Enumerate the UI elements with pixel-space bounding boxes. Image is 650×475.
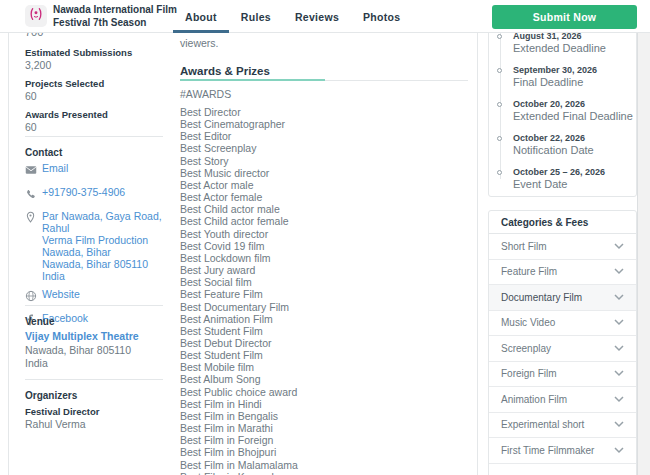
categories-fees-heading: Categories & Fees bbox=[489, 211, 636, 234]
category-row-documentary-film[interactable]: Documentary Film bbox=[489, 285, 636, 311]
description-paragraph-tail: viewers. bbox=[180, 37, 219, 49]
category-label: Short Film bbox=[501, 241, 547, 252]
award-item: Best Student Film bbox=[180, 349, 460, 361]
award-item: Best Child actor male bbox=[180, 203, 460, 215]
tab-about[interactable]: About bbox=[173, 0, 229, 33]
award-item: Best Covid 19 film bbox=[180, 240, 460, 252]
award-item: Best Mobile film bbox=[180, 361, 460, 373]
award-item: Best Cinematographer bbox=[180, 118, 460, 130]
category-label: Experimental short bbox=[501, 419, 584, 430]
category-row-experimental-short[interactable]: Experimental short bbox=[489, 413, 636, 439]
organizers-heading: Organizers bbox=[25, 390, 77, 401]
category-label: Animation Film bbox=[501, 394, 567, 405]
contact-link-text[interactable]: Par Nawada, Gaya Road, RahulVerma Film P… bbox=[42, 210, 167, 282]
category-row-music-video[interactable]: Music Video bbox=[489, 311, 636, 337]
chevron-down-icon[interactable] bbox=[614, 419, 624, 430]
award-item: Best Film in Foreign bbox=[180, 434, 460, 446]
award-item: Best Film in Bhojpuri bbox=[180, 446, 460, 458]
page-header: Nawada International Film Festival 7th S… bbox=[0, 0, 650, 33]
stat-value: 60 bbox=[25, 90, 165, 102]
timeline-event-final-deadline: September 30, 2026 Final Deadline bbox=[513, 65, 630, 89]
timeline-dot-icon bbox=[497, 170, 502, 175]
phone-icon bbox=[25, 186, 42, 204]
award-item: Best Film in Marathi bbox=[180, 422, 460, 434]
contact-item-91790-375-4906[interactable]: +91790-375-4906 bbox=[25, 186, 167, 204]
chevron-down-icon[interactable] bbox=[614, 368, 624, 379]
email-icon bbox=[25, 162, 42, 180]
timeline-events: August 31, 2026 Extended Deadline Septem… bbox=[489, 21, 636, 196]
stat-value: 3,200 bbox=[25, 59, 165, 71]
stat-label: Awards Presented bbox=[25, 109, 165, 121]
chevron-down-icon[interactable] bbox=[614, 266, 624, 277]
award-item: Best Editor bbox=[180, 130, 460, 142]
awards-prizes-heading: Awards & Prizes bbox=[180, 65, 270, 77]
award-item: Best Film in Malamalama bbox=[180, 459, 460, 471]
award-item: Best Documentary Film bbox=[180, 301, 460, 313]
award-item: Best Jury award bbox=[180, 264, 460, 276]
category-row-screenplay[interactable]: Screenplay bbox=[489, 336, 636, 362]
stat-block: Awards Presented 60 bbox=[25, 109, 165, 133]
sidebar-divider bbox=[25, 136, 163, 137]
categories-list: Short Film Feature Film Documentary Film… bbox=[489, 234, 636, 464]
laurel-logo-icon bbox=[28, 6, 44, 26]
award-item: Best Film in Hindi bbox=[180, 398, 460, 410]
chevron-down-icon[interactable] bbox=[614, 292, 624, 303]
timeline-dot-icon bbox=[497, 68, 502, 73]
category-label: Screenplay bbox=[501, 343, 551, 354]
globe-icon bbox=[25, 288, 42, 306]
award-item: Best Animation Film bbox=[180, 313, 460, 325]
award-item: Best Story bbox=[180, 155, 460, 167]
award-item: Best Child actor female bbox=[180, 215, 460, 227]
submit-now-button[interactable]: Submit Now bbox=[492, 5, 637, 29]
contact-item-par-nawada-gaya-road-rah[interactable]: Par Nawada, Gaya Road, RahulVerma Film P… bbox=[25, 210, 167, 282]
chevron-down-icon[interactable] bbox=[614, 394, 624, 405]
deadlines-timeline-card: August 31, 2026 Extended Deadline Septem… bbox=[488, 20, 637, 197]
category-row-first-time-filmmaker[interactable]: First Time Filmmaker bbox=[489, 438, 636, 464]
timeline-date: September 30, 2026 bbox=[513, 65, 630, 76]
contact-heading: Contact bbox=[25, 147, 62, 158]
award-item: Best Director bbox=[180, 106, 460, 118]
contact-link-text[interactable]: +91790-375-4906 bbox=[42, 186, 125, 204]
category-row-short-film[interactable]: Short Film bbox=[489, 234, 636, 260]
sidebar-divider bbox=[25, 305, 163, 306]
category-label: Documentary Film bbox=[501, 292, 582, 303]
chevron-down-icon[interactable] bbox=[614, 343, 624, 354]
timeline-connector-line bbox=[500, 21, 501, 179]
category-row-animation-film[interactable]: Animation Film bbox=[489, 387, 636, 413]
contact-item-website[interactable]: Website bbox=[25, 288, 167, 306]
timeline-label: Extended Final Deadline bbox=[513, 110, 630, 123]
award-item: Best Actor female bbox=[180, 191, 460, 203]
stat-block: Projects Selected 60 bbox=[25, 78, 165, 102]
category-row-feature-film[interactable]: Feature Film bbox=[489, 260, 636, 286]
award-item: Best Screenplay bbox=[180, 142, 460, 154]
venue-link[interactable]: Vijay Multiplex Theatre bbox=[25, 330, 139, 342]
award-item: Best Student Film bbox=[180, 325, 460, 337]
stat-block: Estimated Submissions 3,200 bbox=[25, 47, 165, 71]
festival-stats: Estimated Submissions 3,200 Projects Sel… bbox=[25, 47, 165, 140]
tab-reviews[interactable]: Reviews bbox=[283, 0, 351, 33]
awards-hashtag: #AWARDS bbox=[180, 88, 231, 100]
category-label: First Time Filmmaker bbox=[501, 445, 594, 456]
sidebar-divider bbox=[25, 379, 163, 380]
venue-address: Nawada, Bihar 805110India bbox=[25, 344, 131, 369]
chevron-down-icon[interactable] bbox=[614, 317, 624, 328]
header-tabs: AboutRulesReviewsPhotos bbox=[173, 0, 412, 33]
category-label: Feature Film bbox=[501, 266, 557, 277]
scrollbar[interactable] bbox=[637, 33, 650, 475]
contact-link-text[interactable]: Website bbox=[42, 288, 80, 306]
stat-label: Projects Selected bbox=[25, 78, 165, 90]
tab-rules[interactable]: Rules bbox=[229, 0, 283, 33]
timeline-label: Extended Deadline bbox=[513, 42, 630, 55]
location-icon bbox=[25, 210, 42, 282]
award-item: Best Actor male bbox=[180, 179, 460, 191]
category-label: Foreign Film bbox=[501, 368, 557, 379]
contact-link-text[interactable]: Email bbox=[42, 162, 68, 180]
chevron-down-icon[interactable] bbox=[614, 445, 624, 456]
contact-item-email[interactable]: Email bbox=[25, 162, 167, 180]
timeline-label: Final Deadline bbox=[513, 76, 630, 89]
tab-photos[interactable]: Photos bbox=[351, 0, 412, 33]
venue-heading: Venue bbox=[25, 316, 54, 327]
award-item: Best Album Song bbox=[180, 373, 460, 385]
chevron-down-icon[interactable] bbox=[614, 241, 624, 252]
category-row-foreign-film[interactable]: Foreign Film bbox=[489, 362, 636, 388]
